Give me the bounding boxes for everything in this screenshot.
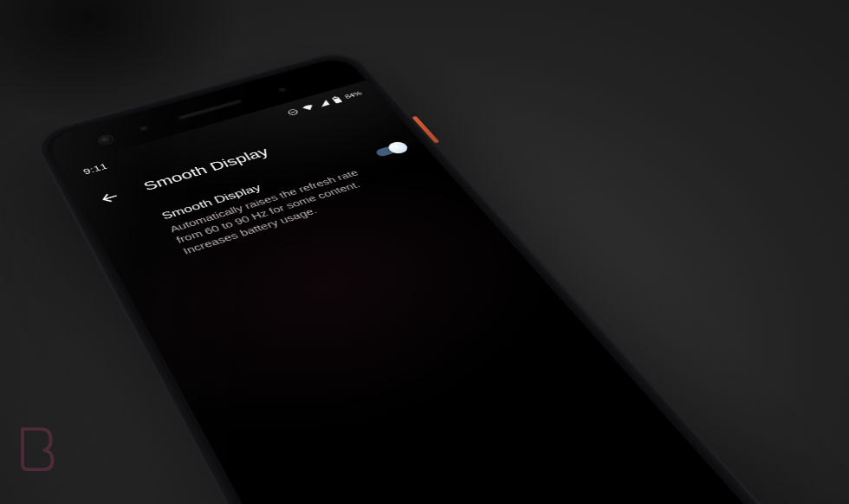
cellular-signal-icon	[316, 99, 331, 107]
back-button[interactable]	[94, 187, 126, 208]
sensor-dot	[278, 87, 287, 93]
battery-percentage: 84%	[343, 90, 363, 100]
sensor-dot	[139, 126, 148, 131]
svg-rect-1	[290, 112, 295, 113]
do-not-disturb-icon	[285, 107, 301, 116]
front-camera	[98, 135, 114, 145]
wifi-icon	[300, 103, 316, 113]
phone-device: 9:11	[29, 48, 812, 504]
battery-icon	[330, 95, 343, 104]
arrow-left-icon	[97, 190, 122, 206]
smooth-display-toggle[interactable]	[373, 141, 410, 159]
phone-screen: 9:11	[60, 81, 787, 504]
photo-background: 9:11	[0, 0, 849, 504]
